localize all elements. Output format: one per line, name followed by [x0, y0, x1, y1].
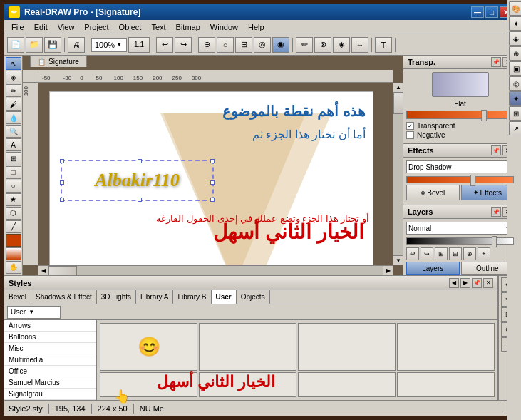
- color-tool[interactable]: [6, 234, 21, 247]
- transparent-checkbox[interactable]: [406, 122, 414, 130]
- tools-btn-8[interactable]: ◈: [333, 37, 350, 53]
- tab-objects[interactable]: Objects: [237, 290, 270, 304]
- node-tool[interactable]: ◈: [6, 71, 21, 83]
- right-icon-9[interactable]: ↗: [509, 121, 517, 135]
- redo-button[interactable]: ↪: [175, 37, 192, 53]
- new-button[interactable]: 📄: [7, 37, 24, 53]
- scroll-thumb-v[interactable]: [393, 93, 403, 114]
- scroll-down-btn[interactable]: ▼: [393, 255, 403, 265]
- tab-lib-a[interactable]: Library A: [136, 290, 173, 304]
- tab-shadows[interactable]: Shadows & Effect: [31, 290, 97, 304]
- tools-btn-5[interactable]: ◉: [272, 37, 289, 53]
- maximize-button[interactable]: □: [485, 6, 498, 18]
- tools-btn-9[interactable]: ↔: [351, 37, 368, 53]
- minimize-button[interactable]: —: [471, 6, 484, 18]
- handle-mr[interactable]: [210, 180, 215, 185]
- tools-btn-1[interactable]: ⊕: [198, 37, 215, 53]
- styles-scroll-right[interactable]: ▶: [460, 278, 470, 288]
- tools-btn-4[interactable]: ◎: [254, 37, 271, 53]
- tools-btn-7[interactable]: ⊗: [314, 37, 331, 53]
- menu-bitmap[interactable]: Bitmap: [172, 21, 205, 33]
- layer-group-btn[interactable]: ⊞: [435, 247, 448, 260]
- right-icon-6[interactable]: ◎: [509, 76, 517, 91]
- tab-bevel[interactable]: Bevel: [4, 290, 31, 304]
- gradient-tool[interactable]: [6, 247, 21, 260]
- style-item-misc[interactable]: Misc: [4, 343, 96, 354]
- effects-pin-btn[interactable]: 📌: [491, 145, 501, 155]
- transp-pin-btn[interactable]: 📌: [491, 57, 501, 67]
- right-icon-8[interactable]: ⊞: [509, 106, 517, 121]
- scroll-up-btn[interactable]: ▲: [393, 83, 403, 93]
- layer-add-btn[interactable]: +: [478, 247, 490, 260]
- eyedropper-tool[interactable]: 💧: [6, 111, 21, 124]
- style-item-office[interactable]: Office: [4, 366, 96, 377]
- line-tool[interactable]: ╱: [6, 220, 21, 233]
- styles-scroll-left[interactable]: ◀: [449, 278, 459, 288]
- tab-lib-b[interactable]: Library B: [173, 290, 211, 304]
- layers-pin-btn[interactable]: 📌: [491, 207, 501, 217]
- opacity-slider[interactable]: [492, 236, 497, 247]
- right-icon-4[interactable]: ⊕: [509, 56, 517, 61]
- menu-text[interactable]: Text: [147, 21, 170, 33]
- vertical-scrollbar[interactable]: ▲ ▼: [393, 83, 403, 265]
- handle-bm[interactable]: [138, 198, 142, 202]
- styles-category-dropdown[interactable]: User ▼: [7, 306, 61, 319]
- style-preview-6[interactable]: [199, 372, 296, 398]
- pencil-tool[interactable]: ✏: [6, 84, 21, 97]
- circle-tool[interactable]: ○: [6, 180, 21, 193]
- tab-user[interactable]: User: [212, 290, 237, 304]
- print-button[interactable]: 🖨: [68, 37, 85, 53]
- right-icon-5[interactable]: ▣: [509, 61, 517, 76]
- paint-tool[interactable]: 🖌: [6, 98, 21, 111]
- star-tool[interactable]: ★: [6, 193, 21, 206]
- handle-tr[interactable]: [210, 159, 215, 163]
- blend-mode-dropdown[interactable]: Normal ▼: [406, 222, 514, 235]
- text-tool[interactable]: A: [6, 138, 21, 151]
- zoom-tool[interactable]: 🔍: [6, 125, 21, 138]
- tools-btn-2[interactable]: ○: [217, 37, 234, 53]
- effects-button[interactable]: ✦ Effects: [461, 185, 515, 200]
- rect-tool[interactable]: □: [6, 166, 21, 179]
- menu-project[interactable]: Project: [80, 21, 113, 33]
- handle-ml[interactable]: [60, 180, 64, 185]
- hand-tool[interactable]: ✋: [6, 261, 21, 274]
- style-item-multimedia[interactable]: Multimedia: [4, 354, 96, 366]
- open-button[interactable]: 📁: [26, 37, 43, 53]
- handle-tm[interactable]: [138, 159, 142, 163]
- styles-close-btn[interactable]: ✕: [483, 278, 493, 288]
- image-tool[interactable]: ⊞: [6, 152, 21, 165]
- layer-copy-btn[interactable]: ⊕: [463, 247, 476, 260]
- negative-checkbox[interactable]: [406, 131, 414, 139]
- style-preview-4[interactable]: [397, 323, 495, 371]
- menu-edit[interactable]: Edit: [30, 21, 52, 33]
- tab-3d[interactable]: 3D Lights: [97, 290, 136, 304]
- scroll-right-btn[interactable]: ▶: [383, 266, 393, 276]
- bevel-button[interactable]: ◈ Bevel: [406, 185, 460, 200]
- style-item-arrows[interactable]: Arrows: [4, 320, 96, 332]
- effects-dropdown[interactable]: Drop Shadow ▼: [406, 160, 514, 173]
- outline-tab[interactable]: Outline: [461, 262, 515, 275]
- tools-btn-10[interactable]: T: [375, 37, 392, 53]
- layers-tab[interactable]: Layers: [406, 262, 460, 275]
- poly-tool[interactable]: ⬡: [6, 207, 21, 220]
- menu-view[interactable]: View: [53, 21, 79, 33]
- style-item-balloons[interactable]: Balloons: [4, 332, 96, 343]
- style-item-samuel[interactable]: Samuel Marcius: [4, 377, 96, 389]
- styles-pin-btn[interactable]: 📌: [472, 278, 482, 288]
- style-preview-2[interactable]: [199, 323, 296, 371]
- undo-button[interactable]: ↩: [156, 37, 173, 53]
- layer-ungroup-btn[interactable]: ⊟: [449, 247, 462, 260]
- style-item-signalgrau[interactable]: Signalgrau: [4, 389, 96, 400]
- menu-object[interactable]: Object: [115, 21, 146, 33]
- zoom-arrow[interactable]: ▼: [116, 41, 122, 48]
- handle-br[interactable]: [210, 198, 215, 202]
- style-preview-smiley[interactable]: 😊: [100, 323, 197, 371]
- effects-color-bar[interactable]: [406, 176, 514, 183]
- layer-back-btn[interactable]: ↩: [406, 247, 419, 260]
- style-preview-7[interactable]: [298, 372, 396, 398]
- style-preview-8[interactable]: [397, 372, 495, 398]
- right-icon-7[interactable]: ✦: [509, 91, 517, 106]
- menu-help[interactable]: Help: [244, 21, 269, 33]
- select-tool[interactable]: ↖: [6, 57, 21, 70]
- handle-tl[interactable]: [60, 159, 64, 163]
